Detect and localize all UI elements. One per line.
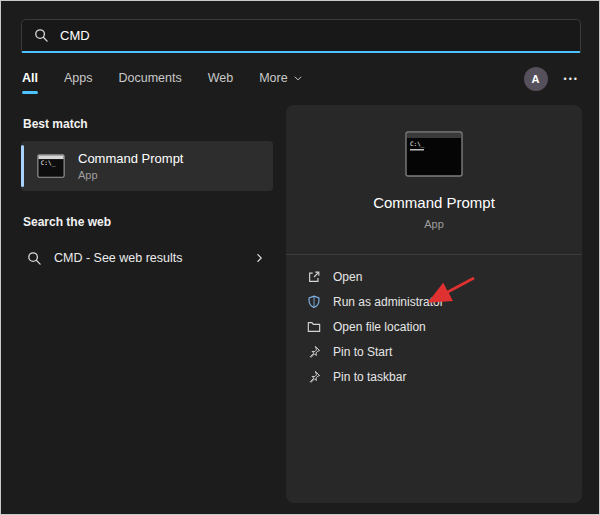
command-prompt-icon: C:\_ xyxy=(36,151,66,181)
tab-documents[interactable]: Documents xyxy=(117,69,182,94)
action-open-label: Open xyxy=(333,270,362,284)
folder-icon xyxy=(307,320,321,334)
result-title: Command Prompt xyxy=(78,151,183,166)
pin-icon xyxy=(307,370,321,384)
tab-apps[interactable]: Apps xyxy=(63,69,94,94)
open-icon xyxy=(307,270,321,284)
chevron-right-icon[interactable] xyxy=(253,252,265,264)
selection-indicator xyxy=(21,145,24,187)
web-result-label: CMD - See web results xyxy=(54,251,183,265)
action-list: Open Run as administrator Open file loca… xyxy=(286,255,582,389)
svg-text:C:\_: C:\_ xyxy=(41,159,56,167)
search-icon xyxy=(34,28,49,43)
action-file-location-label: Open file location xyxy=(333,320,426,334)
start-search-window: All Apps Documents Web More A ••• Best m… xyxy=(0,0,600,515)
admin-shield-icon xyxy=(307,295,321,309)
preview-subtitle: App xyxy=(424,218,444,230)
action-pin-start-label: Pin to Start xyxy=(333,345,392,359)
command-prompt-icon-large: C:\_ xyxy=(405,131,463,177)
action-pin-taskbar-label: Pin to taskbar xyxy=(333,370,406,384)
tab-all-label: All xyxy=(22,71,38,85)
filter-tabs: All Apps Documents Web More A ••• xyxy=(21,69,579,97)
best-match-result[interactable]: C:\_ Command Prompt App xyxy=(21,141,273,191)
best-match-heading: Best match xyxy=(23,117,273,131)
search-web-heading: Search the web xyxy=(23,215,273,229)
preview-panel: C:\_ Command Prompt App Open Run as admi… xyxy=(286,105,582,503)
action-open[interactable]: Open xyxy=(286,264,582,289)
action-run-admin-label: Run as administrator xyxy=(333,295,444,309)
action-pin-to-taskbar[interactable]: Pin to taskbar xyxy=(286,364,582,389)
preview-title: Command Prompt xyxy=(373,194,495,211)
result-subtitle: App xyxy=(78,169,183,181)
search-icon xyxy=(27,251,42,266)
action-open-file-location[interactable]: Open file location xyxy=(286,314,582,339)
svg-text:C:\_: C:\_ xyxy=(410,140,425,148)
tab-web-label: Web xyxy=(208,71,233,85)
avatar[interactable]: A xyxy=(524,67,548,91)
tab-apps-label: Apps xyxy=(64,71,93,85)
action-run-as-administrator[interactable]: Run as administrator xyxy=(286,289,582,314)
tab-more-label: More xyxy=(259,71,287,85)
action-pin-to-start[interactable]: Pin to Start xyxy=(286,339,582,364)
results-column: Best match C:\_ Command Prompt App Searc… xyxy=(21,109,273,277)
tab-more[interactable]: More xyxy=(258,69,303,94)
search-input[interactable] xyxy=(58,27,568,44)
search-bar xyxy=(21,19,581,53)
tab-web[interactable]: Web xyxy=(207,69,234,94)
pin-icon xyxy=(307,345,321,359)
tab-documents-label: Documents xyxy=(118,71,181,85)
web-search-result[interactable]: CMD - See web results xyxy=(21,239,273,277)
tab-all[interactable]: All xyxy=(21,69,39,94)
chevron-down-icon xyxy=(293,73,303,83)
more-options-icon[interactable]: ••• xyxy=(564,67,579,91)
